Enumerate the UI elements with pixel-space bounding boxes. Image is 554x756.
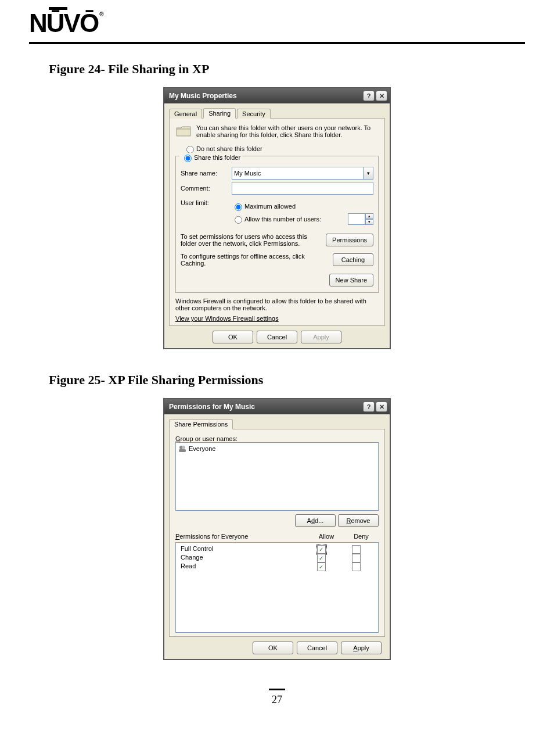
permissions-for-label: Permissions for Everyone <box>175 533 309 540</box>
allow-full-control-checkbox[interactable]: ✓ <box>317 545 326 554</box>
titlebar[interactable]: Permissions for My Music ? ✕ <box>164 399 390 414</box>
share-description: You can share this folder with other use… <box>196 124 379 138</box>
ok-button[interactable]: OK <box>253 642 293 654</box>
tab-general[interactable]: General <box>169 109 202 119</box>
page-footer: 27 <box>29 683 525 706</box>
radio-allow-number[interactable]: Allow this number of users: ▴▾ <box>232 213 373 225</box>
share-name-dropdown[interactable]: ▾ <box>364 167 373 180</box>
new-share-button[interactable]: New Share <box>329 274 373 286</box>
permissions-button[interactable]: Permissions <box>326 234 373 246</box>
permissions-dialog: Permissions for My Music ? ✕ Share Permi… <box>163 398 391 660</box>
help-button[interactable]: ? <box>363 402 375 412</box>
table-row: Read ✓ <box>181 562 373 571</box>
spinner-up[interactable]: ▴ <box>365 213 373 219</box>
help-button[interactable]: ? <box>363 91 375 101</box>
group-or-user-names-label: Group or user names: <box>175 435 379 442</box>
tab-sharing[interactable]: Sharing <box>203 108 236 119</box>
permissions-table: Full Control ✓ Change ✓ Read ✓ <box>175 542 379 633</box>
radio-share-folder[interactable]: Share this folder <box>179 153 242 162</box>
table-row: Change ✓ <box>181 554 373 562</box>
radio-do-not-share[interactable]: Do not share this folder <box>184 144 379 153</box>
apply-button[interactable]: Apply <box>301 331 341 343</box>
comment-input[interactable] <box>232 182 373 195</box>
allow-read-checkbox[interactable]: ✓ <box>317 562 326 571</box>
page-number: 27 <box>272 694 282 705</box>
allow-column-header: Allow <box>309 533 344 540</box>
comment-label: Comment: <box>181 185 232 192</box>
table-row: Full Control ✓ <box>181 545 373 554</box>
user-limit-label: User limit: <box>181 199 232 206</box>
brand-logo: NŪVŌ® <box>29 10 102 36</box>
dialog-title: My Music Properties <box>169 92 362 100</box>
folder-icon <box>175 124 192 138</box>
share-name-input[interactable] <box>232 167 364 180</box>
deny-change-checkbox[interactable] <box>352 554 361 562</box>
permissions-text: To set permissions for users who access … <box>181 233 321 247</box>
list-item[interactable]: Everyone <box>177 444 377 453</box>
apply-button[interactable]: Apply <box>341 642 382 654</box>
radio-allow-number-input[interactable] <box>235 216 242 224</box>
firewall-text: Windows Firewall is configured to allow … <box>175 298 379 311</box>
cancel-button[interactable]: Cancel <box>257 331 297 343</box>
user-count-spinner[interactable]: ▴▾ <box>348 213 373 225</box>
tab-security[interactable]: Security <box>237 109 271 119</box>
svg-point-1 <box>182 446 185 449</box>
users-icon <box>178 445 186 453</box>
deny-read-checkbox[interactable] <box>352 562 361 571</box>
deny-full-control-checkbox[interactable] <box>352 545 361 554</box>
my-music-properties-dialog: My Music Properties ? ✕ General Sharing … <box>163 87 391 349</box>
radio-max-allowed[interactable]: Maximum allowed <box>232 202 373 211</box>
ok-button[interactable]: OK <box>213 331 253 343</box>
users-listbox[interactable]: Everyone <box>175 442 379 511</box>
close-button[interactable]: ✕ <box>376 91 387 101</box>
cancel-button[interactable]: Cancel <box>297 642 337 654</box>
tab-share-permissions[interactable]: Share Permissions <box>169 419 233 429</box>
spinner-down[interactable]: ▾ <box>365 219 373 225</box>
firewall-settings-link[interactable]: View your Windows Firewall settings <box>175 315 279 322</box>
caching-button[interactable]: Caching <box>333 253 373 266</box>
share-name-label: Share name: <box>181 170 232 177</box>
deny-column-header: Deny <box>344 533 379 540</box>
radio-share-folder-input[interactable] <box>184 155 192 162</box>
remove-button[interactable]: Remove <box>338 514 379 527</box>
close-button[interactable]: ✕ <box>376 402 387 412</box>
figure-25-caption: Figure 25- XP File Sharing Permissions <box>49 372 525 388</box>
radio-max-allowed-input[interactable] <box>235 203 242 211</box>
add-button[interactable]: Add... <box>295 514 336 527</box>
titlebar[interactable]: My Music Properties ? ✕ <box>164 88 390 103</box>
header-rule <box>29 42 525 44</box>
caching-text: To configure settings for offline access… <box>181 253 328 267</box>
figure-24-caption: Figure 24- File Sharing in XP <box>49 62 525 77</box>
dialog-title: Permissions for My Music <box>169 403 362 411</box>
svg-rect-2 <box>179 449 186 452</box>
allow-change-checkbox[interactable]: ✓ <box>317 554 326 562</box>
